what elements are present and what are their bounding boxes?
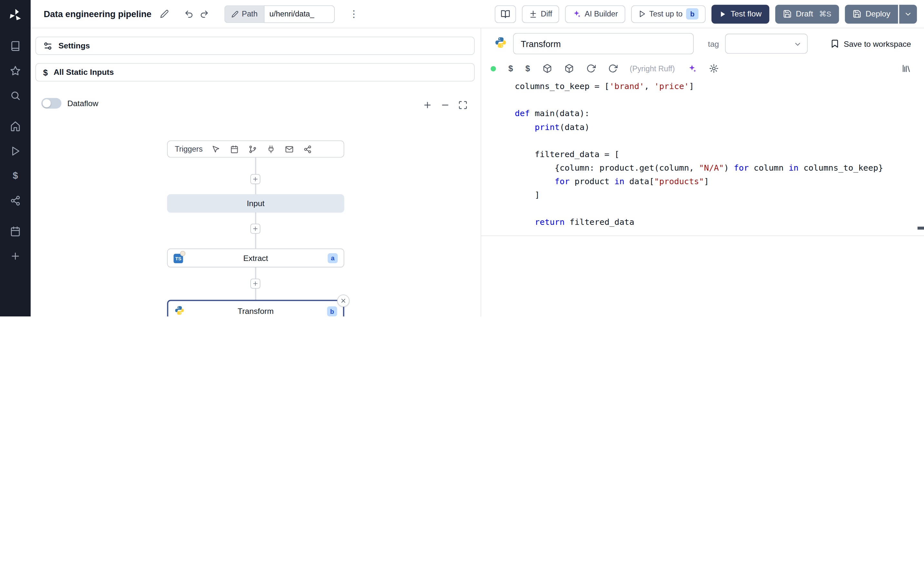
code-editor[interactable]: columns_to_keep = ['brand', 'price'] def… (481, 78, 924, 236)
lint-label: (Pyright Ruff) (630, 64, 675, 73)
python-icon (174, 305, 185, 316)
triggers-node[interactable]: Triggers (167, 140, 344, 157)
topbar-actions: Diff AI Builder Test up to b Test flow D… (495, 5, 917, 23)
path-button[interactable]: Path (224, 5, 264, 23)
draft-button[interactable]: Draft ⌘S (775, 5, 839, 23)
websocket-plug-icon[interactable] (267, 145, 276, 153)
runs-play-icon[interactable] (7, 143, 24, 159)
add-step-button[interactable] (250, 174, 260, 184)
ai-builder-button[interactable]: AI Builder (565, 5, 625, 23)
typescript-icon: TS (173, 253, 184, 263)
deploy-button[interactable]: Deploy (845, 5, 898, 23)
book-icon[interactable] (7, 38, 24, 54)
book-open-icon (501, 9, 510, 18)
save-to-workspace-button[interactable]: Save to workspace (830, 39, 911, 48)
deploy-label: Deploy (865, 9, 890, 18)
diff-button[interactable]: Diff (522, 5, 559, 23)
tag-select[interactable] (725, 34, 808, 54)
code-line: {column: product.get(column, "N/A") for … (515, 161, 924, 175)
dataflow-toggle[interactable] (41, 98, 61, 109)
static-inputs-label: All Static Inputs (54, 68, 114, 77)
flow-node-transform[interactable]: Transform b (167, 300, 344, 316)
path-group: Path (224, 5, 335, 23)
test-up-to-button[interactable]: Test up to b (631, 5, 706, 23)
variable-picker-icon[interactable]: $ (508, 64, 513, 73)
flow-settings-button[interactable]: Settings (36, 36, 475, 55)
code-line: columns_to_keep = ['brand', 'price'] (515, 80, 924, 93)
chevron-down-icon (793, 40, 802, 48)
app-window: $ Data engineering pipeline Path ⋮ (0, 0, 924, 316)
fit-view-icon[interactable] (458, 100, 468, 110)
undo-icon[interactable] (184, 9, 193, 18)
test-flow-button[interactable]: Test flow (712, 5, 769, 23)
pencil-icon (231, 10, 238, 17)
windmill-logo-icon[interactable] (7, 7, 24, 23)
tag-label: tag (708, 39, 719, 48)
webhook-pointer-icon[interactable] (212, 145, 220, 153)
settings-label: Settings (59, 41, 90, 50)
save-icon (852, 9, 861, 18)
sliders-icon (43, 41, 52, 50)
node-label: Input (247, 199, 264, 208)
email-mail-icon[interactable] (286, 145, 294, 153)
reload-icon[interactable] (608, 64, 617, 73)
path-input[interactable] (264, 5, 335, 23)
code-line: ] (515, 188, 924, 202)
package-icon[interactable] (542, 64, 552, 73)
add-step-button[interactable] (250, 279, 260, 289)
zoom-in-icon[interactable] (423, 100, 432, 110)
test-up-to-label: Test up to (649, 9, 682, 18)
kafka-nodes-icon[interactable] (304, 145, 312, 153)
ai-sparkles-icon[interactable] (687, 64, 697, 73)
routes-branch-icon[interactable] (249, 145, 257, 153)
delete-step-close-icon[interactable] (337, 294, 349, 307)
editor-settings-gear-icon[interactable] (709, 64, 718, 73)
deploy-dropdown-button[interactable] (899, 5, 917, 23)
library-panel-icon[interactable] (901, 64, 911, 73)
code-line (515, 134, 924, 147)
sidebar: $ (0, 0, 31, 316)
flow-node-input[interactable]: Input (167, 194, 344, 213)
step-header: tag Save to workspace (481, 28, 924, 59)
redo-icon[interactable] (199, 9, 209, 18)
variables-dollar-icon[interactable]: $ (7, 168, 24, 184)
add-plus-icon[interactable] (7, 248, 24, 265)
node-badge: a (328, 253, 338, 263)
code-line: def main(data): (515, 107, 924, 120)
trigger-icons (212, 145, 312, 153)
deploy-split-button: Deploy (845, 5, 917, 23)
home-icon[interactable] (7, 118, 24, 134)
scrollbar-thumb[interactable] (917, 227, 924, 230)
package-icon[interactable] (564, 64, 573, 73)
schedule-calendar-icon[interactable] (230, 145, 239, 153)
save-to-workspace-label: Save to workspace (844, 39, 911, 48)
docs-button[interactable] (495, 5, 516, 23)
code-line (515, 202, 924, 216)
resource-picker-icon[interactable]: $ (526, 64, 530, 73)
node-label: Extract (194, 254, 317, 262)
add-step-button[interactable] (250, 224, 260, 234)
bookmark-icon (830, 39, 839, 48)
static-inputs-button[interactable]: $ All Static Inputs (36, 63, 475, 82)
schedules-calendar-icon[interactable] (7, 223, 24, 240)
code-line (515, 93, 924, 107)
resources-hub-icon[interactable] (7, 193, 24, 209)
code-line: return filtered_data (515, 216, 924, 229)
path-label: Path (242, 9, 258, 18)
test-up-to-badge: b (686, 8, 699, 20)
star-icon[interactable] (7, 62, 24, 79)
draft-shortcut: ⌘S (819, 9, 831, 18)
kebab-menu-icon[interactable]: ⋮ (349, 8, 358, 20)
play-icon (638, 10, 646, 18)
reload-icon[interactable] (586, 64, 595, 73)
step-name-input[interactable] (513, 33, 694, 54)
search-icon[interactable] (7, 87, 24, 104)
edit-title-pencil-icon[interactable] (160, 9, 168, 18)
flow-node-extract[interactable]: TS Extract a (167, 249, 344, 267)
zoom-out-icon[interactable] (441, 100, 450, 110)
play-icon (719, 10, 726, 17)
flow-title: Data engineering pipeline (44, 9, 151, 19)
step-editor-panel: tag Save to workspace $ $ (Pyright Ruff)… (481, 28, 924, 316)
ai-builder-label: AI Builder (585, 9, 618, 18)
toggle-knob (42, 99, 51, 107)
